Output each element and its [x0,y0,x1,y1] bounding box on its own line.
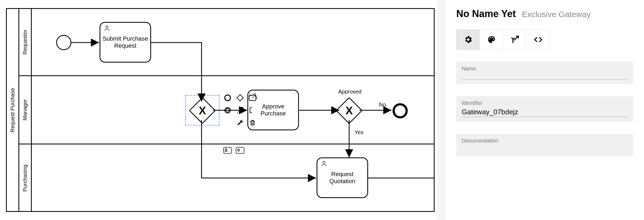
flow-label-yes: Yes [355,129,364,135]
lane-header-purchasing[interactable]: Purchasing [19,144,32,212]
properties-panel: No Name Yet Exclusive Gateway Name Ident… [445,0,644,220]
svg-point-0 [106,26,108,28]
end-event[interactable] [393,103,408,118]
name-value[interactable] [462,72,628,79]
gateway-approved-label: Approved [338,89,362,95]
text-annotation-icon[interactable] [247,104,259,116]
pool-label: Request Purchase [9,88,16,132]
task-label: Submit Purchase Request [103,35,148,49]
task-label: Request Quotation [320,171,365,185]
lane-header-requestor[interactable]: Requestor [19,9,32,75]
tab-general[interactable] [457,30,480,50]
lane-label-manager: Manager [22,99,28,121]
name-label: Name [462,66,628,72]
svg-point-2 [225,95,231,101]
documentation-label: Documentation [462,138,628,144]
tab-style[interactable] [480,30,503,50]
panel-title: No Name Yet [456,8,516,20]
lane-label-purchasing: Purchasing [22,164,28,192]
panel-header: No Name Yet Exclusive Gateway [456,8,633,20]
append-end-event-icon[interactable] [222,92,234,104]
svg-rect-3 [237,95,243,101]
append-task-icon[interactable] [247,92,259,104]
tab-flow[interactable] [503,30,527,50]
wrench-icon[interactable] [234,117,246,129]
panel-subtype: Exclusive Gateway [522,10,591,19]
identifier-label: Identifier [462,100,628,106]
palette-icon [487,35,496,44]
start-event[interactable] [56,35,71,50]
lane-label-requestor: Requestor [22,30,28,54]
panel-tabs [456,29,550,50]
task-submit-purchase-request[interactable]: Submit Purchase Request [100,22,151,63]
svg-point-11 [323,161,325,163]
identifier-value[interactable]: Gateway_07bdejz [462,108,628,117]
flow-label-no: No [379,102,386,108]
user-icon [320,160,328,169]
field-identifier[interactable]: Identifier Gateway_07bdejz [456,96,633,122]
task-request-quotation[interactable]: Request Quotation [317,157,368,198]
bpmn-canvas[interactable]: Request Purchase Requestor Submit Purcha… [0,0,437,220]
lane-requestor[interactable]: Requestor Submit Purchase Request [19,9,434,76]
delete-icon[interactable] [247,117,259,129]
append-intermediate-event-icon[interactable] [222,104,234,116]
svg-rect-4 [249,95,256,101]
code-icon [534,35,543,44]
gateway-x-marker: X [340,101,359,120]
gateway-approved[interactable]: X [340,101,359,120]
pool-header[interactable]: Request Purchase [7,9,19,211]
field-documentation[interactable]: Documentation [456,134,633,156]
gear-icon [464,35,473,44]
context-pad [222,92,259,129]
field-name[interactable]: Name [456,62,633,84]
connect-icon[interactable] [234,104,246,116]
gateway-1[interactable]: X [193,101,212,120]
tab-xml[interactable] [527,30,550,50]
split-arrow-icon [510,35,519,44]
lane-manager[interactable]: Manager X Approve Purchase X [19,76,434,144]
lane-purchasing[interactable]: Purchasing Request Quotation [19,144,434,212]
svg-point-6 [226,108,229,112]
documentation-value[interactable] [462,144,628,151]
user-icon [103,25,111,33]
gateway-x-marker: X [193,101,212,120]
append-gateway-icon[interactable] [234,92,246,104]
lane-header-manager[interactable]: Manager [19,76,32,144]
pool-request-purchase[interactable]: Request Purchase Requestor Submit Purcha… [6,8,435,212]
